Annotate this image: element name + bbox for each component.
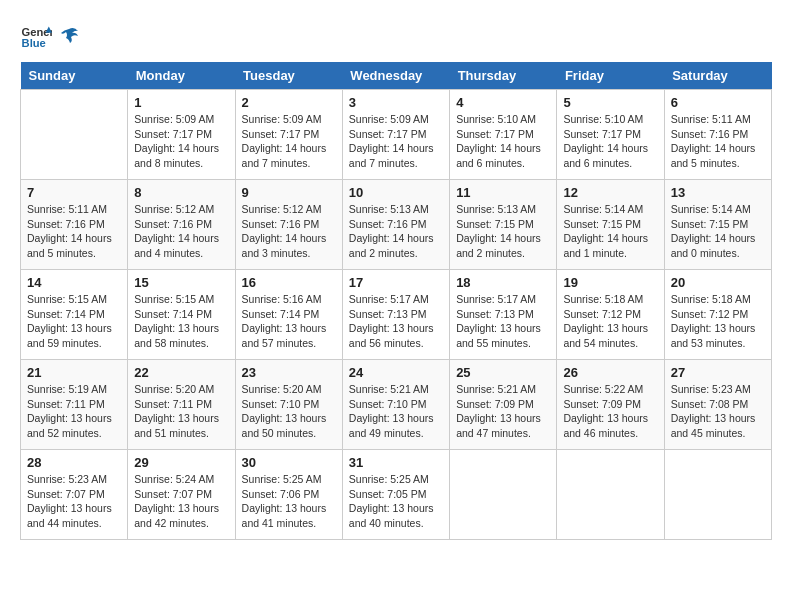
logo-icon: General Blue bbox=[20, 20, 52, 52]
day-number: 1 bbox=[134, 95, 228, 110]
day-info: Sunrise: 5:20 AM Sunset: 7:11 PM Dayligh… bbox=[134, 382, 228, 441]
day-info: Sunrise: 5:23 AM Sunset: 7:08 PM Dayligh… bbox=[671, 382, 765, 441]
calendar-cell: 6Sunrise: 5:11 AM Sunset: 7:16 PM Daylig… bbox=[664, 90, 771, 180]
day-info: Sunrise: 5:09 AM Sunset: 7:17 PM Dayligh… bbox=[349, 112, 443, 171]
calendar-cell: 21Sunrise: 5:19 AM Sunset: 7:11 PM Dayli… bbox=[21, 360, 128, 450]
day-number: 31 bbox=[349, 455, 443, 470]
day-number: 8 bbox=[134, 185, 228, 200]
week-row-4: 21Sunrise: 5:19 AM Sunset: 7:11 PM Dayli… bbox=[21, 360, 772, 450]
day-info: Sunrise: 5:10 AM Sunset: 7:17 PM Dayligh… bbox=[456, 112, 550, 171]
day-header-tuesday: Tuesday bbox=[235, 62, 342, 90]
day-info: Sunrise: 5:10 AM Sunset: 7:17 PM Dayligh… bbox=[563, 112, 657, 171]
day-header-thursday: Thursday bbox=[450, 62, 557, 90]
calendar-cell: 7Sunrise: 5:11 AM Sunset: 7:16 PM Daylig… bbox=[21, 180, 128, 270]
week-row-2: 7Sunrise: 5:11 AM Sunset: 7:16 PM Daylig… bbox=[21, 180, 772, 270]
day-info: Sunrise: 5:19 AM Sunset: 7:11 PM Dayligh… bbox=[27, 382, 121, 441]
calendar-cell: 24Sunrise: 5:21 AM Sunset: 7:10 PM Dayli… bbox=[342, 360, 449, 450]
day-info: Sunrise: 5:15 AM Sunset: 7:14 PM Dayligh… bbox=[134, 292, 228, 351]
day-info: Sunrise: 5:25 AM Sunset: 7:05 PM Dayligh… bbox=[349, 472, 443, 531]
calendar-cell: 9Sunrise: 5:12 AM Sunset: 7:16 PM Daylig… bbox=[235, 180, 342, 270]
day-info: Sunrise: 5:12 AM Sunset: 7:16 PM Dayligh… bbox=[134, 202, 228, 261]
calendar-cell bbox=[664, 450, 771, 540]
day-number: 23 bbox=[242, 365, 336, 380]
day-number: 12 bbox=[563, 185, 657, 200]
day-number: 21 bbox=[27, 365, 121, 380]
day-number: 19 bbox=[563, 275, 657, 290]
calendar-cell: 16Sunrise: 5:16 AM Sunset: 7:14 PM Dayli… bbox=[235, 270, 342, 360]
day-number: 7 bbox=[27, 185, 121, 200]
day-info: Sunrise: 5:22 AM Sunset: 7:09 PM Dayligh… bbox=[563, 382, 657, 441]
day-info: Sunrise: 5:17 AM Sunset: 7:13 PM Dayligh… bbox=[456, 292, 550, 351]
day-number: 5 bbox=[563, 95, 657, 110]
calendar-cell: 27Sunrise: 5:23 AM Sunset: 7:08 PM Dayli… bbox=[664, 360, 771, 450]
day-number: 26 bbox=[563, 365, 657, 380]
day-number: 17 bbox=[349, 275, 443, 290]
day-info: Sunrise: 5:14 AM Sunset: 7:15 PM Dayligh… bbox=[563, 202, 657, 261]
calendar-cell: 15Sunrise: 5:15 AM Sunset: 7:14 PM Dayli… bbox=[128, 270, 235, 360]
day-number: 29 bbox=[134, 455, 228, 470]
day-info: Sunrise: 5:18 AM Sunset: 7:12 PM Dayligh… bbox=[671, 292, 765, 351]
day-number: 24 bbox=[349, 365, 443, 380]
logo-bird-icon bbox=[58, 25, 80, 47]
day-number: 28 bbox=[27, 455, 121, 470]
day-header-saturday: Saturday bbox=[664, 62, 771, 90]
day-number: 13 bbox=[671, 185, 765, 200]
calendar-cell: 22Sunrise: 5:20 AM Sunset: 7:11 PM Dayli… bbox=[128, 360, 235, 450]
day-info: Sunrise: 5:09 AM Sunset: 7:17 PM Dayligh… bbox=[134, 112, 228, 171]
calendar-cell: 3Sunrise: 5:09 AM Sunset: 7:17 PM Daylig… bbox=[342, 90, 449, 180]
day-number: 3 bbox=[349, 95, 443, 110]
day-info: Sunrise: 5:12 AM Sunset: 7:16 PM Dayligh… bbox=[242, 202, 336, 261]
logo: General Blue bbox=[20, 20, 80, 52]
calendar-table: SundayMondayTuesdayWednesdayThursdayFrid… bbox=[20, 62, 772, 540]
calendar-cell: 29Sunrise: 5:24 AM Sunset: 7:07 PM Dayli… bbox=[128, 450, 235, 540]
day-number: 11 bbox=[456, 185, 550, 200]
calendar-cell: 28Sunrise: 5:23 AM Sunset: 7:07 PM Dayli… bbox=[21, 450, 128, 540]
calendar-cell: 19Sunrise: 5:18 AM Sunset: 7:12 PM Dayli… bbox=[557, 270, 664, 360]
calendar-cell bbox=[450, 450, 557, 540]
week-row-1: 1Sunrise: 5:09 AM Sunset: 7:17 PM Daylig… bbox=[21, 90, 772, 180]
day-number: 16 bbox=[242, 275, 336, 290]
day-info: Sunrise: 5:20 AM Sunset: 7:10 PM Dayligh… bbox=[242, 382, 336, 441]
calendar-cell: 11Sunrise: 5:13 AM Sunset: 7:15 PM Dayli… bbox=[450, 180, 557, 270]
calendar-cell: 20Sunrise: 5:18 AM Sunset: 7:12 PM Dayli… bbox=[664, 270, 771, 360]
day-number: 22 bbox=[134, 365, 228, 380]
day-info: Sunrise: 5:25 AM Sunset: 7:06 PM Dayligh… bbox=[242, 472, 336, 531]
calendar-cell: 17Sunrise: 5:17 AM Sunset: 7:13 PM Dayli… bbox=[342, 270, 449, 360]
day-number: 9 bbox=[242, 185, 336, 200]
day-number: 10 bbox=[349, 185, 443, 200]
day-number: 4 bbox=[456, 95, 550, 110]
day-info: Sunrise: 5:17 AM Sunset: 7:13 PM Dayligh… bbox=[349, 292, 443, 351]
calendar-cell: 8Sunrise: 5:12 AM Sunset: 7:16 PM Daylig… bbox=[128, 180, 235, 270]
calendar-cell bbox=[21, 90, 128, 180]
day-number: 15 bbox=[134, 275, 228, 290]
day-header-sunday: Sunday bbox=[21, 62, 128, 90]
week-row-3: 14Sunrise: 5:15 AM Sunset: 7:14 PM Dayli… bbox=[21, 270, 772, 360]
day-number: 2 bbox=[242, 95, 336, 110]
page-header: General Blue bbox=[20, 20, 772, 52]
day-info: Sunrise: 5:21 AM Sunset: 7:10 PM Dayligh… bbox=[349, 382, 443, 441]
day-info: Sunrise: 5:18 AM Sunset: 7:12 PM Dayligh… bbox=[563, 292, 657, 351]
day-info: Sunrise: 5:11 AM Sunset: 7:16 PM Dayligh… bbox=[671, 112, 765, 171]
calendar-body: 1Sunrise: 5:09 AM Sunset: 7:17 PM Daylig… bbox=[21, 90, 772, 540]
day-info: Sunrise: 5:21 AM Sunset: 7:09 PM Dayligh… bbox=[456, 382, 550, 441]
day-number: 20 bbox=[671, 275, 765, 290]
calendar-cell: 4Sunrise: 5:10 AM Sunset: 7:17 PM Daylig… bbox=[450, 90, 557, 180]
calendar-cell: 26Sunrise: 5:22 AM Sunset: 7:09 PM Dayli… bbox=[557, 360, 664, 450]
calendar-cell: 18Sunrise: 5:17 AM Sunset: 7:13 PM Dayli… bbox=[450, 270, 557, 360]
day-info: Sunrise: 5:09 AM Sunset: 7:17 PM Dayligh… bbox=[242, 112, 336, 171]
day-info: Sunrise: 5:15 AM Sunset: 7:14 PM Dayligh… bbox=[27, 292, 121, 351]
calendar-cell: 12Sunrise: 5:14 AM Sunset: 7:15 PM Dayli… bbox=[557, 180, 664, 270]
day-header-monday: Monday bbox=[128, 62, 235, 90]
day-info: Sunrise: 5:16 AM Sunset: 7:14 PM Dayligh… bbox=[242, 292, 336, 351]
calendar-cell: 1Sunrise: 5:09 AM Sunset: 7:17 PM Daylig… bbox=[128, 90, 235, 180]
calendar-cell: 10Sunrise: 5:13 AM Sunset: 7:16 PM Dayli… bbox=[342, 180, 449, 270]
calendar-cell: 23Sunrise: 5:20 AM Sunset: 7:10 PM Dayli… bbox=[235, 360, 342, 450]
day-header-wednesday: Wednesday bbox=[342, 62, 449, 90]
calendar-cell bbox=[557, 450, 664, 540]
day-info: Sunrise: 5:24 AM Sunset: 7:07 PM Dayligh… bbox=[134, 472, 228, 531]
calendar-cell: 31Sunrise: 5:25 AM Sunset: 7:05 PM Dayli… bbox=[342, 450, 449, 540]
day-info: Sunrise: 5:14 AM Sunset: 7:15 PM Dayligh… bbox=[671, 202, 765, 261]
day-info: Sunrise: 5:13 AM Sunset: 7:16 PM Dayligh… bbox=[349, 202, 443, 261]
day-number: 18 bbox=[456, 275, 550, 290]
calendar-cell: 30Sunrise: 5:25 AM Sunset: 7:06 PM Dayli… bbox=[235, 450, 342, 540]
